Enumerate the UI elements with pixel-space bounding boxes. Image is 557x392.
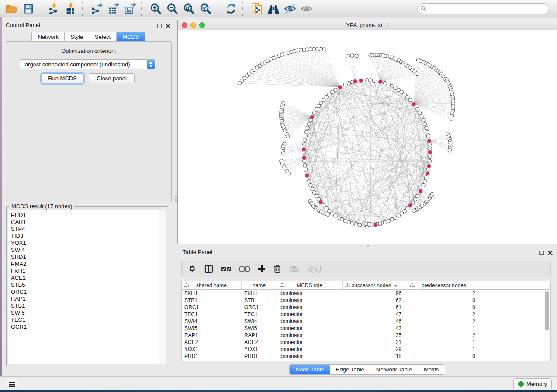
graph-node [403,93,406,96]
graph-nodes[interactable] [238,47,455,227]
tab-network[interactable]: Network [32,32,65,41]
close-panel-icon[interactable] [548,249,553,257]
export-network-icon[interactable] [88,1,105,16]
task-history-button[interactable] [6,379,18,389]
table-cell: SWI4 [182,318,242,325]
table-row[interactable]: STB1STB1dominator620 [182,297,550,304]
control-panel-tabs: NetworkStyleSelectMCDS [2,32,175,42]
list-item[interactable]: STB1 [8,303,159,309]
list-item[interactable]: STP4 [8,226,159,233]
table-settings-icon[interactable] [188,265,197,273]
import-network-icon[interactable] [46,1,62,16]
graph-node [394,216,397,219]
scrollbar-thumb[interactable] [545,291,549,330]
zoom-fit-icon[interactable] [180,1,197,16]
memory-button[interactable]: Memory [513,378,552,389]
table-row[interactable]: SWI4SWI4dominator462 [182,318,550,325]
show-graphics-details-icon[interactable] [298,1,315,16]
sort-desc-icon [394,284,398,287]
graph-node [400,90,403,94]
mcds-result-list[interactable]: PHD1CAR1STP4TID3YOX1SWI4SRD1PMA2FKH1ACE2… [8,210,166,364]
network-graph[interactable] [178,30,557,244]
list-item[interactable]: GCR1 [8,323,159,330]
tab-node-table[interactable]: Node Table [290,365,330,374]
tab-edge-table[interactable]: Edge Table [330,365,370,374]
vertical-splitter[interactable] [174,193,177,204]
refresh-icon[interactable] [223,1,239,16]
graph-node [319,101,323,105]
table-cell: 2 [407,332,481,339]
table-row[interactable]: TEC1TEC1connector472 [182,311,550,318]
table-row[interactable]: ACE2ACE2connector311 [182,339,550,346]
clone-network-icon[interactable] [249,1,265,16]
run-mcds-button[interactable]: Run MCDS [42,73,83,83]
list-item[interactable]: YOX1 [8,240,159,247]
table-row[interactable]: PHD1PHD1dominator180 [182,353,550,360]
show-columns-icon[interactable] [204,265,213,273]
list-item[interactable]: FKH1 [8,268,159,275]
graph-node [238,81,241,85]
open-folder-icon[interactable] [3,1,20,16]
float-panel-icon[interactable] [157,22,162,30]
list-item[interactable]: TEC1 [8,316,159,323]
graph-node [307,180,311,183]
select-all-icon[interactable] [221,266,232,272]
list-scrollbar[interactable] [159,210,166,364]
graph-node [304,168,307,171]
status-bar: Memory [0,376,557,390]
column-header-name[interactable]: name [242,281,277,289]
list-item[interactable]: CAR1 [8,219,159,226]
table-row[interactable]: SWI5SWI5connector431 [182,325,550,332]
float-panel-icon[interactable] [539,249,544,257]
list-item[interactable]: RAP1 [8,296,159,303]
save-icon[interactable] [20,1,37,16]
list-item[interactable]: PMA2 [8,261,159,268]
list-item[interactable]: ORC1 [8,289,159,296]
close-panel-icon[interactable] [166,22,170,30]
table-row[interactable]: RAP1RAP1dominator352 [182,332,550,339]
graph-node [309,183,312,187]
search-input[interactable] [417,3,549,14]
delete-column-icon[interactable] [273,265,281,273]
tab-network-table[interactable]: Network Table [370,365,418,374]
hide-selected-icon[interactable] [282,1,298,16]
list-item[interactable]: PHD1 [8,212,159,219]
graph-node [354,223,358,226]
export-table-icon[interactable] [105,1,121,16]
graph-node [317,104,320,108]
deselect-all-icon[interactable] [239,266,250,272]
tab-motifs[interactable]: Motifs [418,365,445,374]
table-cell: FKH1 [182,290,242,297]
list-item[interactable]: SWI4 [8,247,159,254]
close-panel-button[interactable]: Close panel [89,73,135,83]
export-image-icon[interactable] [121,1,138,16]
graph-node [415,72,419,76]
import-table-icon[interactable] [62,1,79,16]
tab-style[interactable]: Style [65,32,89,41]
list-item[interactable]: ACE2 [8,275,159,282]
table-cell: FKH1 [242,290,277,297]
zoom-selected-icon[interactable] [197,1,214,16]
table-cell: dominator [277,290,343,297]
list-item[interactable]: SRD1 [8,254,159,261]
zoom-out-icon[interactable] [164,1,180,16]
column-header-mcds-role[interactable]: MCDS role [277,281,343,289]
list-item[interactable]: TID3 [8,233,159,240]
add-column-icon[interactable] [258,265,266,273]
column-header-predecessor-nodes[interactable]: predecessor nodes [407,281,481,289]
tab-mcds[interactable]: MCDS [117,32,145,41]
mcds-graph-node [310,115,314,119]
table-scrollbar[interactable] [544,290,550,360]
list-item[interactable]: SWI5 [8,309,159,316]
tab-select[interactable]: Select [89,32,117,41]
column-header-successor-nodes[interactable]: successor nodes [343,281,407,289]
table-row[interactable]: YOX1YOX1connector291 [182,346,550,353]
column-header-shared-name[interactable]: shared name [182,281,242,289]
table-row[interactable]: FKH1FKH1dominator962 [182,290,550,297]
first-neighbors-icon[interactable] [265,1,282,16]
zoom-in-icon[interactable] [147,1,164,16]
criterion-select[interactable]: largest connected component (undirected) [20,59,156,69]
network-canvas[interactable] [178,30,557,244]
table-row[interactable]: ORC1ORC1dominator610 [182,304,550,311]
list-item[interactable]: STB5 [8,282,159,289]
